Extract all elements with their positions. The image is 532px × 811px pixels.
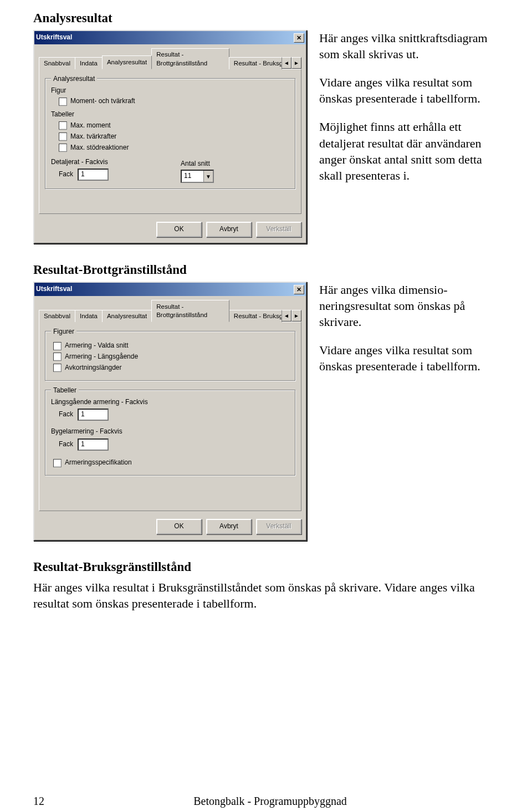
cancel-button[interactable]: Avbryt — [206, 519, 252, 534]
tab-scroll-left-icon[interactable]: ◄ — [282, 310, 291, 322]
chk-label: Armering - Valda snitt — [65, 341, 129, 350]
section1-p3: Möjlighet finns att erhålla ett detaljer… — [319, 119, 499, 183]
tab-bruksgr[interactable]: Resultat - Bruksgr — [229, 57, 282, 69]
checkbox-icon[interactable] — [53, 459, 62, 467]
tab1-fack-label: Fack — [59, 410, 73, 419]
cancel-button[interactable]: Avbryt — [206, 222, 252, 237]
checkbox-icon[interactable] — [59, 144, 67, 152]
chk-avkortningslangder[interactable]: Avkortningslängder — [53, 364, 289, 373]
dialog2-title: Utskriftsval — [36, 285, 72, 294]
dialog-analysresultat: Utskriftsval ✕ Snabbval Indata Analysres… — [33, 30, 307, 243]
tab-analysresultat[interactable]: Analysresultat — [102, 310, 152, 322]
tab-indata[interactable]: Indata — [75, 57, 103, 69]
page-footer: 12 Betongbalk - Programuppbyggnad . — [33, 794, 499, 808]
ok-button[interactable]: OK — [156, 519, 202, 534]
chk-max-tvarkrafter[interactable]: Max. tvärkrafter — [59, 132, 289, 141]
section2-p2: Vidare anges vilka resultat som önskas p… — [319, 342, 499, 374]
checkbox-icon[interactable] — [53, 364, 62, 372]
tab-scroll-right-icon[interactable]: ► — [291, 57, 301, 69]
tab-brottgranstillstand[interactable]: Resultat - Brottgränstillstånd — [151, 48, 229, 69]
group-analysresultat: Analysresultat Figur Moment- och tvärkra… — [45, 78, 295, 190]
tab-analysresultat[interactable]: Analysresultat — [102, 55, 152, 69]
dialog1-titlebar: Utskriftsval ✕ — [34, 31, 306, 44]
tab-scroll-left-icon[interactable]: ◄ — [282, 57, 291, 69]
chk-max-stodreaktioner[interactable]: Max. stödreaktioner — [59, 144, 289, 152]
antal-snitt-combo[interactable]: 11 ▼ — [181, 170, 214, 183]
tab2-fack-input[interactable]: 1 — [78, 438, 109, 451]
close-icon[interactable]: ✕ — [294, 285, 304, 294]
checkbox-icon[interactable] — [53, 342, 62, 350]
chk-label: Avkortningslängder — [65, 364, 122, 373]
chk-label: Max. moment — [70, 121, 111, 130]
tabstrip: Snabbval Indata Analysresultat Resultat … — [39, 48, 301, 68]
chk-moment-tvarkraft[interactable]: Moment- och tvärkraft — [59, 97, 289, 106]
section1-p1: Här anges vilka snitt­kraftsdiagram som … — [319, 30, 499, 62]
chk-label: Armering - Längsgående — [65, 353, 138, 361]
fack-label: Fack — [59, 170, 73, 179]
detaljerat-label: Detaljerat - Fackvis — [51, 158, 109, 167]
checkbox-icon[interactable] — [53, 353, 62, 361]
chk-label: Max. stödreaktioner — [70, 144, 129, 152]
figur-label: Figur — [51, 86, 289, 95]
tabstrip2: Snabbval Indata Analysresultat Resultat … — [39, 299, 301, 322]
tabpanel-brottgrans: Figurer Armering - Valda snitt Armering … — [39, 322, 301, 511]
group-tabeller: Tabeller Längsgående armering - Fackvis … — [45, 390, 295, 476]
group-figurer: Figurer Armering - Valda snitt Armering … — [45, 331, 295, 380]
checkbox-icon[interactable] — [59, 132, 67, 141]
chevron-down-icon[interactable]: ▼ — [203, 171, 213, 182]
apply-button[interactable]: Verkställ — [256, 519, 301, 534]
dialog1-title: Utskriftsval — [36, 33, 72, 42]
tab2-label: Bygelarmering - Fackvis — [51, 427, 289, 436]
page-number: 12 — [33, 794, 44, 808]
tab-bruksgr[interactable]: Resultat - Bruksgr — [229, 310, 282, 322]
tab-snabbval[interactable]: Snabbval — [39, 57, 75, 69]
close-icon[interactable]: ✕ — [294, 33, 304, 43]
group-tabeller-label: Tabeller — [51, 386, 79, 395]
antal-snitt-label: Antal snitt — [181, 160, 214, 169]
chk-label: Armeringsspecifikation — [65, 458, 132, 467]
tab-snabbval[interactable]: Snabbval — [39, 310, 75, 322]
chk-armering-valda-snitt[interactable]: Armering - Valda snitt — [53, 341, 289, 350]
section2-sidetext: Här anges vilka dimensio­neringsresultat… — [319, 282, 499, 386]
dialog-brottgranstillstand: Utskriftsval ✕ Snabbval Indata Analysres… — [33, 282, 307, 541]
checkbox-icon[interactable] — [59, 121, 67, 130]
ok-button[interactable]: OK — [156, 222, 202, 237]
tab2-fack-label: Fack — [59, 440, 73, 449]
dialog2-titlebar: Utskriftsval ✕ — [34, 283, 306, 296]
tab-scroll-right-icon[interactable]: ► — [291, 310, 301, 322]
section3-p1: Här anges vilka resultat i Bruksgränstil… — [33, 579, 499, 611]
section2-p1: Här anges vilka dimensio­neringsresultat… — [319, 282, 499, 330]
section1-p2: Vidare anges vilka resul­tat som önskas … — [319, 74, 499, 106]
group-figurer-label: Figurer — [51, 328, 76, 336]
section1-sidetext: Här anges vilka snitt­kraftsdiagram som … — [319, 30, 499, 195]
chk-armeringsspecifikation[interactable]: Armeringsspecifikation — [53, 458, 289, 467]
fack-input[interactable]: 1 — [78, 169, 109, 181]
combo-value: 11 — [182, 171, 203, 182]
group-analysresultat-label: Analysresultat — [51, 75, 97, 84]
tab-brottgranstillstand[interactable]: Resultat - Brottgränstillstånd — [151, 300, 229, 322]
section3-heading: Resultat-Bruksgränstillstånd — [33, 559, 499, 575]
chk-label: Max. tvärkrafter — [70, 132, 116, 141]
checkbox-icon[interactable] — [59, 98, 67, 106]
tabeller-label: Tabeller — [51, 110, 289, 119]
chk-label: Moment- och tvärkraft — [70, 97, 135, 106]
section2-heading: Resultat-Brottgränstillstånd — [33, 262, 499, 278]
section3-body: Här anges vilka resultat i Bruksgränstil… — [33, 579, 499, 611]
chk-max-moment[interactable]: Max. moment — [59, 121, 289, 130]
doc-title: Betongbalk - Programuppbyggnad — [193, 794, 347, 808]
tabpanel-analysresultat: Analysresultat Figur Moment- och tvärkra… — [39, 69, 301, 214]
chk-armering-langsgaende[interactable]: Armering - Längsgående — [53, 353, 289, 361]
tab1-label: Längsgående armering - Fackvis — [51, 398, 289, 407]
tab-indata[interactable]: Indata — [75, 310, 103, 322]
apply-button[interactable]: Verkställ — [256, 222, 301, 237]
section1-heading: Analysresultat — [33, 10, 499, 27]
tab1-fack-input[interactable]: 1 — [78, 409, 109, 421]
